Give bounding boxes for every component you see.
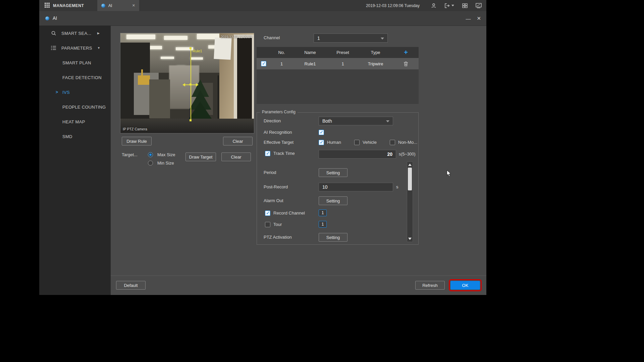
scene-floor (120, 119, 254, 133)
sidebar-item-heat-map[interactable]: HEAT MAP (39, 114, 111, 129)
footer-divider (111, 276, 486, 276)
col-no: No. (271, 47, 292, 58)
channel-value: 1 (317, 36, 320, 41)
human-label[interactable]: Human (327, 139, 341, 146)
scroll-down-icon[interactable] (408, 238, 412, 240)
sidebar-label: FACE DETECTION (62, 75, 102, 80)
clear-target-button[interactable]: Clear (221, 153, 251, 161)
sidebar-item-people-counting[interactable]: PEOPLE COUNTING (39, 100, 111, 114)
user-icon[interactable] (431, 3, 436, 8)
ptz-activation-label: PTZ Activation (264, 234, 292, 241)
min-size-radio[interactable] (148, 161, 153, 166)
sidebar-item-face-detection[interactable]: FACE DETECTION (39, 70, 111, 85)
rules-table: No. Name Preset Type + 1 Rule1 1 Tripwir… (257, 47, 419, 104)
min-size-label[interactable]: Min Size (157, 160, 174, 167)
draw-target-button[interactable]: Draw Target (185, 153, 216, 161)
track-time-unit: s(5~300) (399, 151, 416, 158)
scene-light (161, 57, 174, 59)
video-preview[interactable]: Rule1 2019-12-03 12:09:04 IP PTZ Camera (120, 33, 254, 133)
sidebar-item-smart-plan[interactable]: SMART PLAN (39, 55, 111, 70)
col-name: Name (292, 47, 328, 58)
cell-no: 1 (271, 58, 292, 69)
period-label: Period (264, 169, 276, 176)
scroll-up-icon[interactable] (408, 164, 412, 166)
direction-select[interactable]: Both (319, 117, 393, 125)
tab-close-icon[interactable]: ✕ (132, 3, 135, 8)
vehicle-label[interactable]: Vehicle (363, 139, 377, 146)
default-button[interactable]: Default (116, 281, 146, 290)
minimize-button[interactable]: — (466, 16, 471, 21)
tripwire-endpoint[interactable] (190, 119, 192, 121)
params-scrollbar[interactable] (407, 162, 413, 242)
close-button[interactable]: ✕ (477, 15, 481, 21)
channel-select[interactable]: 1 (314, 34, 388, 43)
tour-checkbox[interactable] (265, 222, 270, 227)
channel-label: Channel (264, 35, 280, 41)
cell-name: Rule1 (292, 58, 328, 69)
screen: MANAGEMENT AI ✕ 2019-12-03 12:09:06 Tues… (0, 0, 644, 362)
ai-window: AI — ✕ SMART SEA... ▶ PARAMETERS ▼ SMART… (39, 11, 486, 295)
post-record-label: Post-Record (264, 184, 288, 190)
ok-button[interactable]: OK (450, 281, 480, 290)
scrollbar-thumb[interactable] (408, 168, 412, 190)
rule-checkbox[interactable] (261, 61, 266, 66)
sidebar-item-smart-search[interactable]: SMART SEA... ▶ (39, 26, 111, 41)
grid-menu-icon (45, 3, 50, 9)
multi-screen-icon[interactable] (462, 3, 468, 8)
taskbar-right: 2019-12-03 12:09:06 Tuesday (366, 0, 482, 11)
record-channel-checkbox[interactable] (265, 210, 270, 216)
rule-name-overlay: Rule1 (193, 49, 202, 53)
scene-light (126, 35, 155, 39)
alarm-out-setting-button[interactable]: Setting (319, 196, 347, 205)
refresh-button[interactable]: Refresh (415, 281, 445, 290)
cell-type: Tripwire (358, 58, 393, 69)
add-rule-button[interactable]: + (404, 49, 408, 56)
period-setting-button[interactable]: Setting (319, 168, 347, 177)
sidebar-label: PEOPLE COUNTING (62, 105, 106, 110)
sidebar-label: IVS (62, 90, 70, 95)
delete-rule-button[interactable] (393, 58, 419, 69)
target-label: Target... (122, 152, 138, 158)
direction-value: Both (322, 118, 332, 124)
record-channel-1-button[interactable]: 1 (319, 209, 327, 216)
ai-window-icon (45, 16, 49, 20)
clear-rule-button[interactable]: Clear (223, 137, 253, 145)
system-datetime: 2019-12-03 12:09:06 Tuesday (366, 3, 420, 8)
non-motor-checkbox[interactable] (390, 140, 395, 145)
table-header: No. Name Preset Type + (257, 47, 419, 58)
management-menu[interactable]: MANAGEMENT (45, 0, 84, 11)
sidebar-item-ivs[interactable]: > IVS (39, 85, 111, 100)
sidebar-label: SMART PLAN (62, 60, 91, 65)
max-size-label[interactable]: Max Size (157, 152, 175, 158)
video-timestamp: 2019-12-03 12:09:04 (221, 35, 252, 39)
tab-ai[interactable]: AI ✕ (97, 0, 139, 11)
track-time-input[interactable]: 20 (319, 150, 396, 159)
draw-rule-button[interactable]: Draw Rule (122, 137, 152, 145)
sidebar-label: PARAMETERS (61, 46, 92, 51)
post-record-input[interactable]: 10 (319, 183, 393, 191)
tour-1-button[interactable]: 1 (319, 221, 327, 228)
non-motor-label[interactable]: Non-Mo... (398, 139, 417, 146)
scene-light (191, 57, 203, 60)
ptz-setting-button[interactable]: Setting (319, 233, 347, 242)
parameters-config-title: Parameters Config (260, 110, 298, 114)
tour-label: Tour (273, 221, 282, 228)
ai-recognition-checkbox[interactable] (319, 130, 324, 135)
table-row[interactable]: 1 Rule1 1 Tripwire (257, 58, 419, 69)
vehicle-checkbox[interactable] (354, 140, 360, 145)
tripwire-endpoint[interactable] (190, 47, 192, 49)
track-time-checkbox[interactable] (265, 151, 270, 156)
display-icon[interactable] (476, 3, 482, 8)
max-size-radio[interactable] (148, 152, 153, 157)
sidebar-item-parameters[interactable]: PARAMETERS ▼ (39, 41, 111, 55)
list-icon (51, 45, 57, 51)
human-checkbox[interactable] (319, 140, 324, 145)
window-titlebar: AI — ✕ (39, 11, 486, 26)
search-icon (51, 30, 57, 36)
logout-icon[interactable] (444, 3, 454, 8)
scene-light (164, 36, 187, 40)
scene-pole (218, 75, 219, 122)
alarm-out-label: Alarm Out (264, 197, 283, 204)
sidebar-item-smd[interactable]: SMD (39, 129, 111, 144)
scene-yellow-handle (141, 69, 143, 76)
